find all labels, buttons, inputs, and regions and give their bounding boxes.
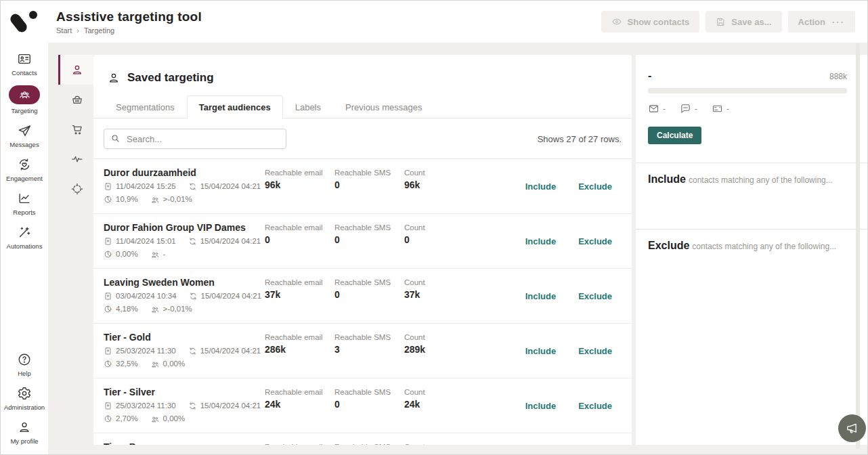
sidebar-bottom-group: Help Administration My profile	[1, 349, 48, 450]
exclude-link[interactable]: Exclude	[578, 236, 612, 246]
app-logo[interactable]	[12, 7, 41, 36]
paper-plane-icon	[17, 123, 32, 138]
rail-item-basket[interactable]	[58, 85, 93, 114]
tab-target-audiences[interactable]: Target audiences	[187, 95, 283, 118]
targeting-active-pill	[9, 85, 40, 104]
exclude-link[interactable]: Exclude	[578, 181, 612, 192]
include-link[interactable]: Include	[525, 236, 557, 246]
users-icon	[150, 250, 160, 259]
show-contacts-button[interactable]: Show contacts	[601, 11, 700, 32]
include-link[interactable]: Include	[525, 401, 557, 411]
delta-percent: >-0,01%	[163, 303, 192, 316]
gear-icon	[17, 386, 32, 401]
created-date: 25/03/2024 11:30	[116, 345, 176, 358]
stat-reachable-sms: Reachable SMS 54	[334, 441, 404, 445]
channel-stats: - - -	[648, 103, 847, 114]
exclude-link[interactable]: Exclude	[578, 401, 612, 411]
id-card-icon	[17, 51, 32, 66]
breadcrumb-start[interactable]: Start	[56, 26, 72, 35]
eye-icon	[611, 16, 622, 27]
sidebar-item-automations[interactable]: Automations	[1, 221, 48, 255]
card-title: Saved targeting	[127, 71, 214, 85]
basket-icon	[70, 93, 84, 106]
refresh-icon	[189, 292, 198, 301]
users-icon	[150, 360, 160, 369]
rail-item-cart[interactable]	[58, 114, 93, 144]
stat-count: Count 37k	[404, 277, 474, 316]
table-row[interactable]: Tier - Silver 25/03/2024 11:30 15/04/202…	[93, 378, 632, 433]
users-icon	[150, 305, 160, 314]
sidebar-item-targeting[interactable]: Targeting	[1, 82, 48, 120]
created-date: 11/04/2024 15:25	[116, 180, 176, 193]
exclude-link[interactable]: Exclude	[578, 346, 612, 356]
tab-previous-messages[interactable]: Previous messages	[333, 95, 434, 118]
sidebar-item-my-profile[interactable]: My profile	[1, 416, 48, 450]
sidebar-item-reports[interactable]: Reports	[1, 188, 48, 221]
heart-cycle-icon	[17, 157, 32, 172]
rail-item-contacts-audience[interactable]	[58, 55, 93, 85]
include-section[interactable]: Includecontacts matching any of the foll…	[636, 163, 867, 230]
refresh-icon	[188, 237, 197, 246]
announcements-fab-button[interactable]	[838, 414, 866, 442]
sidebar-item-engagement[interactable]: Engagement	[1, 154, 48, 188]
panel-header: - 888k - - - Calculate	[636, 55, 867, 163]
table-row[interactable]: Duror Fahion Group VIP Dames 11/04/2024 …	[93, 214, 632, 269]
main-sidebar: Contacts Targeting Messages Engagement R…	[1, 43, 48, 454]
audience-name: Duror duurzaamheid	[104, 167, 265, 178]
pie-chart-icon	[104, 250, 112, 259]
exclude-section[interactable]: Excludecontacts matching any of the foll…	[636, 230, 867, 252]
breadcrumb-separator: ›	[77, 26, 79, 35]
breadcrumb-targeting[interactable]: Targeting	[84, 26, 114, 35]
tab-labels[interactable]: Labels	[283, 95, 333, 118]
include-link[interactable]: Include	[525, 291, 557, 301]
tab-segmentations[interactable]: Segmentations	[104, 95, 187, 118]
table-row[interactable]: Duror duurzaamheid 11/04/2024 15:25 15/0…	[93, 159, 632, 214]
stat-count: Count 0	[404, 222, 474, 261]
users-icon	[150, 414, 160, 424]
show-contacts-label: Show contacts	[628, 17, 690, 27]
table-row[interactable]: Tier - Bronze 25/03/2024 11:30 15/04/202…	[93, 433, 632, 445]
save-as-button[interactable]: Save as...	[706, 11, 781, 32]
email-channel-stat: -	[648, 103, 666, 114]
rail-item-activity[interactable]	[58, 144, 93, 174]
exclude-link[interactable]: Exclude	[578, 291, 612, 301]
sidebar-item-help[interactable]: Help	[1, 349, 48, 383]
audience-name: Tier - Bronze	[104, 441, 265, 445]
card-header: Saved targeting	[93, 55, 632, 85]
stat-reachable-sms: Reachable SMS 0	[334, 387, 404, 425]
sidebar-item-messages[interactable]: Messages	[1, 120, 48, 154]
sidebar-item-administration[interactable]: Administration	[1, 383, 48, 416]
table-row[interactable]: Leaving Sweden Women 03/04/2024 10:34 15…	[93, 269, 632, 324]
stat-reachable-sms: Reachable SMS 0	[334, 222, 404, 261]
calculate-button[interactable]: Calculate	[648, 127, 701, 144]
share-percent: 4,18%	[116, 303, 138, 316]
exclude-hint: contacts matching any of the following..…	[692, 242, 836, 251]
action-button[interactable]: Action ···	[788, 11, 855, 32]
include-link[interactable]: Include	[525, 346, 557, 356]
sidebar-item-label: Messages	[9, 141, 39, 148]
rail-item-target[interactable]	[58, 174, 93, 204]
page-title: Assistive targeting tool	[56, 9, 202, 24]
targeting-builder-panel: - 888k - - - Calculate In	[636, 55, 867, 445]
logo-dot-icon	[29, 11, 37, 19]
search-icon	[110, 133, 121, 144]
pulse-icon	[70, 152, 84, 166]
group-icon	[18, 88, 32, 102]
sidebar-item-label: Contacts	[12, 69, 37, 77]
sidebar-item-label: Administration	[4, 404, 45, 411]
include-link[interactable]: Include	[525, 181, 557, 192]
vertical-scrollbar[interactable]	[856, 43, 860, 449]
file-plus-icon	[104, 237, 112, 246]
envelope-icon	[648, 103, 659, 114]
search-input[interactable]	[104, 129, 286, 149]
updated-date: 15/04/2024 04:21	[200, 345, 261, 358]
card-icon	[712, 103, 723, 114]
pie-chart-icon	[104, 305, 112, 313]
pie-chart-icon	[104, 360, 112, 368]
person-icon	[107, 71, 121, 85]
app-header: Assistive targeting tool Start › Targeti…	[1, 1, 867, 43]
search-box	[104, 129, 286, 149]
table-row[interactable]: Tier - Gold 25/03/2024 11:30 15/04/2024 …	[93, 324, 632, 378]
sidebar-item-contacts[interactable]: Contacts	[1, 48, 48, 82]
magic-wand-icon	[17, 225, 32, 240]
